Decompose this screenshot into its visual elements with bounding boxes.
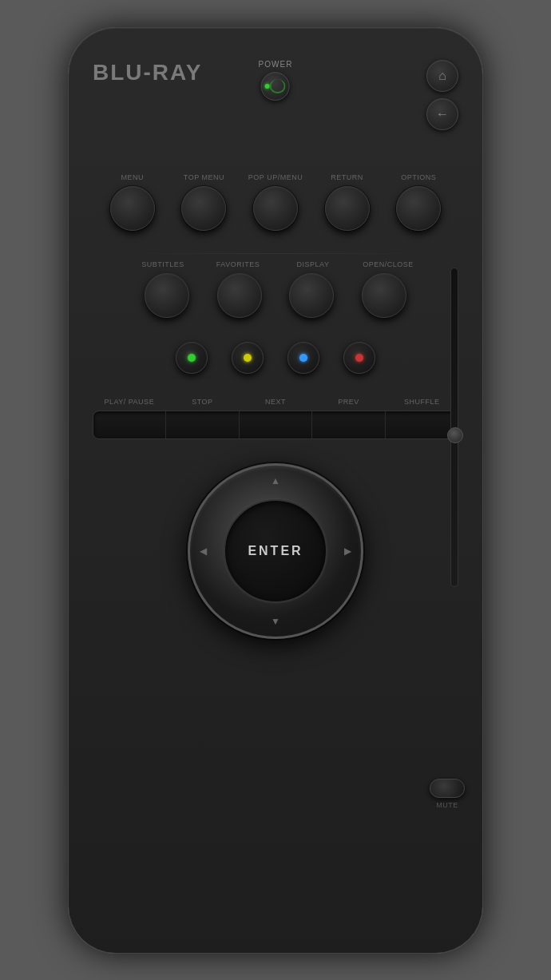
subtitles-label: SUBTITLES: [134, 260, 192, 268]
row2-section: SUBTITLES FAVORITES DISPLAY OPEN/CLOSE: [93, 260, 458, 318]
dpad-left-arrow: ◀: [200, 546, 207, 557]
home-icon: ⌂: [438, 69, 446, 83]
stop-button[interactable]: [166, 411, 239, 438]
row1-section: MENU TOP MENU POP UP/MENU RETURN OPTIONS: [93, 173, 458, 231]
transport-labels: PLAY/ PAUSE STOP NEXT PREV SHUFFLE: [93, 398, 458, 406]
red-dot: [355, 354, 363, 362]
subtitles-button[interactable]: [145, 273, 189, 318]
menu-label: MENU: [104, 173, 161, 181]
dpad-right-arrow: ▶: [344, 546, 351, 557]
yellow-button[interactable]: [232, 342, 264, 374]
top-menu-label: TOP MENU: [175, 173, 232, 181]
mute-button[interactable]: [430, 779, 465, 798]
green-dot: [188, 354, 196, 362]
back-button[interactable]: ←: [426, 98, 458, 130]
row2-labels: SUBTITLES FAVORITES DISPLAY OPEN/CLOSE: [93, 260, 458, 268]
power-indicator: [265, 84, 270, 89]
display-button[interactable]: [289, 273, 334, 318]
open-close-button[interactable]: [362, 273, 406, 318]
right-icon-buttons: ⌂ ←: [426, 60, 458, 130]
popup-menu-label: POP UP/MENU: [247, 173, 304, 181]
red-button[interactable]: [343, 342, 375, 374]
play-pause-button[interactable]: [93, 411, 166, 438]
brand-title: BLU-RAY: [93, 60, 202, 85]
next-button[interactable]: [240, 411, 312, 438]
mute-section: MUTE: [430, 779, 465, 809]
return-label: RETURN: [319, 173, 376, 181]
transport-section: PLAY/ PAUSE STOP NEXT PREV SHUFFLE: [93, 398, 458, 439]
enter-label: ENTER: [248, 544, 303, 558]
transport-bar: [93, 411, 458, 439]
row2-buttons: [93, 273, 458, 318]
play-pause-label: PLAY/ PAUSE: [93, 398, 166, 406]
blue-button[interactable]: [287, 342, 319, 374]
menu-button[interactable]: [110, 186, 155, 231]
mute-label: MUTE: [436, 801, 458, 809]
enter-button[interactable]: ENTER: [224, 499, 327, 603]
options-button[interactable]: [396, 186, 441, 231]
row1-buttons: [93, 186, 458, 231]
dpad-section: ▲ ▼ ◀ ▶ ENTER: [188, 463, 363, 639]
stop-label: STOP: [166, 398, 240, 406]
divider1: [129, 253, 422, 254]
shuffle-button[interactable]: [386, 411, 458, 438]
green-button[interactable]: [176, 342, 208, 374]
display-label: DISPLAY: [284, 260, 342, 268]
options-label: OPTIONS: [390, 173, 447, 181]
yellow-dot: [244, 354, 252, 362]
home-button[interactable]: ⌂: [426, 60, 458, 92]
open-close-label: OPEN/CLOSE: [359, 260, 417, 268]
power-button[interactable]: [261, 72, 290, 101]
back-icon: ←: [436, 107, 449, 121]
color-buttons-row: [176, 342, 375, 374]
power-section: POWER: [259, 60, 293, 101]
shuffle-label: SHUFFLE: [385, 398, 458, 406]
dpad-down-arrow: ▼: [271, 616, 280, 627]
popup-menu-button[interactable]: [253, 186, 298, 231]
dpad-outer[interactable]: ▲ ▼ ◀ ▶ ENTER: [188, 463, 363, 639]
favorites-button[interactable]: [217, 273, 262, 318]
row1-labels: MENU TOP MENU POP UP/MENU RETURN OPTIONS: [93, 173, 458, 181]
favorites-label: FAVORITES: [209, 260, 267, 268]
next-label: NEXT: [239, 398, 312, 406]
blue-dot: [299, 354, 307, 362]
prev-button[interactable]: [312, 411, 385, 438]
remote-control: POWER ⌂ ← BLU-RAY MENU TOP MENU POP UP/M…: [68, 27, 483, 954]
return-button[interactable]: [325, 186, 370, 231]
power-label: POWER: [259, 60, 293, 69]
top-menu-button[interactable]: [181, 186, 226, 231]
dpad-up-arrow: ▲: [271, 475, 280, 486]
prev-label: PREV: [312, 398, 386, 406]
